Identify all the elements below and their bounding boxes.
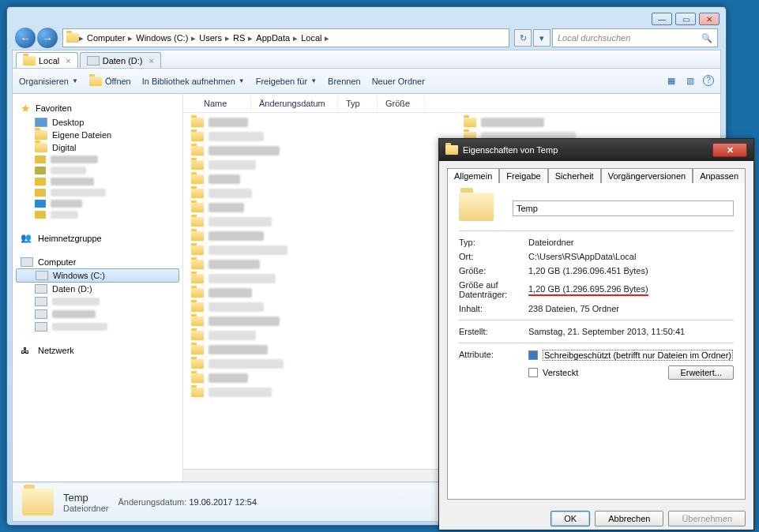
dialog-close-button[interactable]: ✕	[712, 143, 747, 157]
list-item[interactable]	[191, 189, 440, 198]
sidebar-windows-c[interactable]: Windows (C:)	[16, 268, 179, 283]
readonly-checkbox[interactable]	[528, 350, 538, 360]
value-size: 1,20 GB (1.296.096.451 Bytes)	[528, 266, 648, 275]
list-item[interactable]	[191, 132, 440, 141]
tab-label: Daten (D:)	[103, 56, 143, 66]
ok-button[interactable]: OK	[550, 511, 590, 526]
new-folder-button[interactable]: Neuer Ordner	[372, 77, 425, 86]
label-type: Typ:	[459, 238, 528, 247]
value-size-on-disk: 1,20 GB (1.296.695.296 Bytes)	[528, 284, 648, 296]
list-item[interactable]	[191, 260, 440, 269]
tab-label: Local	[39, 56, 59, 66]
list-item[interactable]	[191, 359, 440, 369]
back-button[interactable]: ←	[15, 28, 36, 48]
list-item[interactable]	[191, 302, 440, 312]
folder-icon	[35, 143, 47, 152]
tab-customize[interactable]: Anpassen	[693, 168, 746, 183]
tab-versions[interactable]: Vorgängerversionen	[601, 168, 693, 183]
list-item[interactable]	[191, 217, 440, 227]
crumb-windows-c[interactable]: Windows (C:)	[133, 32, 191, 44]
tab-strip: Local× Daten (D:)×	[12, 50, 721, 69]
hidden-checkbox[interactable]	[528, 368, 538, 377]
help-icon[interactable]: ?	[703, 75, 714, 86]
preview-pane-icon[interactable]: ▥	[684, 75, 697, 88]
star-icon: ★	[21, 102, 31, 114]
burn-button[interactable]: Brennen	[328, 77, 361, 86]
crumb-computer[interactable]: Computer	[84, 32, 128, 44]
cancel-button[interactable]: Abbrechen	[595, 511, 663, 526]
list-item[interactable]	[191, 146, 440, 155]
list-item[interactable]	[191, 231, 440, 241]
folder-icon	[35, 130, 47, 140]
sidebar-digital[interactable]: Digital	[16, 141, 179, 154]
address-bar[interactable]: ▸ Computer▸ Windows (C:)▸ Users▸ RS▸ App…	[62, 28, 509, 47]
col-name[interactable]: Name	[196, 96, 251, 111]
forward-button[interactable]: →	[37, 28, 58, 48]
list-item[interactable]	[191, 174, 440, 184]
titlebar: — ▭ ✕	[12, 12, 721, 26]
dialog-buttons: OK Abbrechen Übernehmen	[439, 504, 753, 532]
dialog-title: Eigenschaften von Temp	[463, 145, 558, 155]
list-item[interactable]	[191, 345, 440, 354]
share-menu[interactable]: Freigeben für ▼	[256, 77, 317, 86]
close-button[interactable]: ✕	[699, 13, 720, 25]
sidebar-desktop[interactable]: Desktop	[16, 116, 179, 129]
list-item[interactable]	[191, 118, 440, 127]
tab-daten-d[interactable]: Daten (D:)×	[80, 52, 161, 68]
label-location: Ort:	[459, 252, 528, 261]
close-tab-icon[interactable]: ×	[66, 56, 70, 66]
details-date: 19.06.2017 12:54	[189, 497, 257, 507]
sidebar-daten-d[interactable]: Daten (D:)	[16, 283, 179, 295]
tab-security[interactable]: Sicherheit	[548, 168, 601, 183]
sidebar-network[interactable]: 🖧Netzwerk	[16, 344, 179, 357]
folder-large-icon	[459, 193, 497, 224]
advanced-button[interactable]: Erweitert...	[668, 365, 734, 380]
dialog-tabs: Allgemein Freigabe Sicherheit Vorgängerv…	[447, 167, 746, 182]
drive-icon	[87, 56, 100, 66]
crumb-users[interactable]: Users	[196, 32, 225, 44]
desktop-icon	[35, 118, 47, 127]
list-item[interactable]	[191, 317, 440, 326]
list-item[interactable]	[191, 160, 440, 170]
tab-share[interactable]: Freigabe	[499, 168, 547, 183]
tab-local[interactable]: Local×	[16, 52, 78, 68]
list-item[interactable]	[191, 203, 440, 212]
col-size[interactable]: Größe	[378, 96, 425, 111]
list-item[interactable]	[464, 118, 712, 127]
view-options-icon[interactable]: ▦	[665, 75, 678, 88]
drive-icon	[35, 284, 47, 294]
list-item[interactable]	[191, 373, 440, 383]
search-input[interactable]: Local durchsuchen 🔍	[552, 28, 718, 47]
folder-name-input[interactable]	[513, 200, 734, 216]
crumb-appdata[interactable]: AppData	[253, 32, 293, 44]
sidebar-homegroup[interactable]: 👥Heimnetzgruppe	[16, 231, 179, 245]
organize-menu[interactable]: Organisieren ▼	[19, 77, 78, 86]
col-type[interactable]: Typ	[338, 96, 378, 111]
details-type: Dateiordner	[63, 504, 108, 513]
minimize-button[interactable]: —	[652, 13, 672, 25]
list-item[interactable]	[191, 245, 440, 255]
close-tab-icon[interactable]: ×	[148, 56, 153, 66]
network-icon: 🖧	[21, 346, 33, 355]
list-item[interactable]	[191, 274, 440, 283]
sidebar-favorites[interactable]: ★Favoriten	[16, 100, 179, 116]
navbar: ← → ▸ Computer▸ Windows (C:)▸ Users▸ RS▸…	[12, 26, 721, 50]
open-button[interactable]: Öffnen	[89, 77, 131, 86]
list-item[interactable]	[191, 331, 440, 340]
toolbar: Organisieren ▼ Öffnen In Bibliothek aufn…	[12, 69, 721, 94]
value-location: C:\Users\RS\AppData\Local	[528, 252, 636, 261]
sidebar-computer[interactable]: Computer	[16, 256, 179, 268]
dialog-titlebar[interactable]: Eigenschaften von Temp ✕	[439, 139, 753, 161]
crumb-rs[interactable]: RS	[230, 32, 248, 44]
list-item[interactable]	[191, 288, 440, 298]
search-dropdown[interactable]: ▾	[533, 29, 550, 47]
maximize-button[interactable]: ▭	[675, 13, 696, 25]
sidebar-documents[interactable]: Eigene Dateien	[16, 129, 179, 141]
crumb-local[interactable]: Local	[298, 32, 325, 44]
library-menu[interactable]: In Bibliothek aufnehmen ▼	[142, 77, 245, 86]
list-item[interactable]	[191, 388, 440, 397]
refresh-button[interactable]: ↻	[514, 29, 532, 47]
col-date[interactable]: Änderungsdatum	[251, 96, 338, 111]
tab-general[interactable]: Allgemein	[447, 168, 499, 183]
apply-button[interactable]: Übernehmen	[668, 511, 746, 526]
